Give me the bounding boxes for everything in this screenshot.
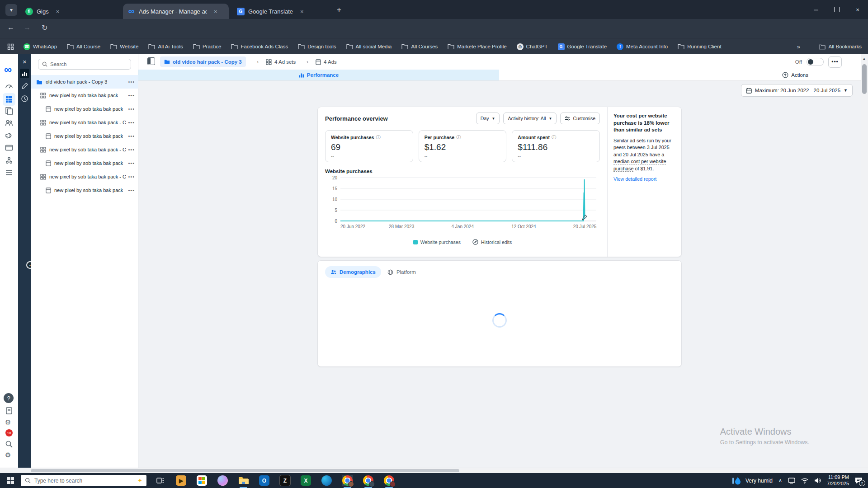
search-rail-icon[interactable] (5, 440, 13, 448)
forward-button[interactable]: → (24, 23, 31, 32)
tab-gigs[interactable]: fi Gigs × (21, 4, 125, 19)
actions-button[interactable]: Actions (782, 70, 808, 80)
tree-item-ad[interactable]: new pixel by sob taka bak pack••• (31, 156, 138, 170)
start-button[interactable] (0, 477, 21, 484)
vertical-scrollbar[interactable]: ▲ (861, 54, 868, 468)
pages-icon[interactable] (5, 107, 13, 115)
row-menu-icon[interactable]: ••• (128, 79, 135, 84)
chrome-profile2-icon[interactable] (363, 475, 374, 486)
bookmark-item[interactable]: Facebook Ads Class (231, 44, 288, 49)
chrome-profile1-icon[interactable] (342, 475, 353, 486)
activity-history-dropdown[interactable]: Activity history: All▼ (503, 113, 557, 124)
header-more-button[interactable]: ••• (828, 56, 842, 68)
notes-icon[interactable] (5, 407, 13, 415)
chrome-profile3-icon[interactable] (383, 475, 395, 486)
tab-ads-manager[interactable]: ∞ Ads Manager - Manage ads - C × (123, 4, 229, 19)
row-menu-icon[interactable]: ••• (128, 160, 135, 166)
close-insights-icon[interactable]: × (21, 58, 28, 66)
overview-gauge-icon[interactable] (5, 82, 13, 90)
history-clock-icon[interactable] (21, 95, 28, 103)
tree-item-campaign[interactable]: old video hair pack - Copy 3••• (31, 75, 138, 89)
billing-icon[interactable] (5, 144, 13, 152)
horizontal-scrollbar-thumb[interactable] (31, 469, 459, 472)
tab-close-icon[interactable]: × (214, 8, 217, 15)
bookmark-item[interactable]: All social Media (346, 44, 392, 49)
scroll-up-arrow-icon[interactable]: ▲ (862, 56, 866, 61)
file-explorer-icon[interactable] (238, 475, 249, 486)
audiences-icon[interactable] (5, 119, 13, 127)
media-player-icon[interactable]: ▶ (175, 475, 187, 486)
bookmark-item[interactable]: Running Client (678, 44, 721, 49)
all-bookmarks-button[interactable]: All Bookmarks (819, 38, 862, 55)
vertical-scrollbar-thumb[interactable] (862, 64, 867, 94)
task-view-icon[interactable] (155, 475, 166, 486)
ads-megaphone-icon[interactable] (5, 131, 13, 140)
metric-card[interactable]: Per purchaseⓘ$1.62-- (419, 130, 507, 162)
tab-demographics[interactable]: Demographics (325, 266, 381, 278)
volume-icon[interactable] (814, 478, 821, 483)
view-detailed-report-link[interactable]: View detailed report (613, 176, 675, 182)
meta-logo-icon[interactable]: ∞ (4, 64, 12, 75)
timer-app-icon[interactable]: Z (279, 475, 291, 486)
metric-card[interactable]: Website purchasesⓘ69-- (325, 130, 413, 162)
collapse-panel-icon[interactable] (147, 57, 155, 65)
tree-search-input[interactable]: Search (38, 59, 131, 70)
events-manager-icon[interactable] (5, 156, 13, 164)
tree-item-adset[interactable]: new pixel by sob taka bak pack••• (31, 89, 138, 102)
day-dropdown[interactable]: Day▼ (476, 113, 500, 124)
row-menu-icon[interactable]: ••• (128, 147, 135, 152)
cast-icon[interactable] (788, 478, 795, 483)
tab-platform[interactable]: Platform (387, 269, 416, 275)
date-range-button[interactable]: Maximum: 20 Jun 2022 - 20 Jul 2025 ▼ (741, 84, 853, 97)
window-minimize-button[interactable]: ─ (806, 0, 826, 19)
breadcrumb-ads[interactable]: 4 Ads (316, 54, 337, 70)
tree-item-adset[interactable]: new pixel by sob taka bak pack - Copy••• (31, 116, 138, 129)
campaigns-icon[interactable] (3, 93, 15, 106)
all-tools-menu-icon[interactable] (5, 169, 13, 177)
bookmarks-overflow-icon[interactable]: » (797, 38, 800, 55)
edge-icon[interactable] (321, 475, 332, 486)
horizontal-scrollbar[interactable] (0, 468, 868, 473)
row-menu-icon[interactable]: ••• (128, 133, 135, 139)
reload-button[interactable]: ↻ (42, 23, 47, 32)
bookmark-item[interactable]: Design tools (298, 44, 336, 49)
back-button[interactable]: ← (7, 23, 14, 32)
window-close-button[interactable]: × (847, 0, 868, 19)
breadcrumb-adsets[interactable]: 4 Ad sets (266, 54, 296, 70)
bookmark-item[interactable]: ☎WhatsApp (24, 43, 57, 50)
row-menu-icon[interactable]: ••• (128, 188, 135, 193)
bookmark-item[interactable]: ⊛ChatGPT (517, 43, 548, 50)
tree-item-adset[interactable]: new pixel by sob taka bak pack - Cop...•… (31, 170, 138, 183)
taskbar-clock[interactable]: 11:09 PM 7/20/2025 (827, 474, 849, 487)
tab-google-translate[interactable]: G Google Translate × (232, 4, 332, 19)
bookmark-item[interactable]: All Course (67, 44, 100, 49)
tab-close-icon[interactable]: × (300, 8, 304, 15)
wifi-icon[interactable] (801, 478, 808, 483)
taskbar-search-input[interactable]: Type here to search ✦ (21, 475, 146, 486)
bookmark-item[interactable]: All Courses (401, 44, 438, 49)
settings-gear-icon[interactable]: ⚙ (5, 418, 11, 427)
apps-grid-icon[interactable] (7, 43, 14, 50)
campaign-toggle[interactable] (807, 58, 824, 66)
excel-icon[interactable]: X (300, 475, 311, 486)
row-menu-icon[interactable]: ••• (128, 93, 135, 98)
charts-tool-icon[interactable] (20, 69, 29, 78)
copilot-icon[interactable] (217, 475, 228, 486)
edit-pencil-icon[interactable] (21, 82, 28, 90)
tab-close-icon[interactable]: × (56, 8, 60, 15)
info-icon[interactable]: ⓘ (552, 134, 556, 141)
tree-item-ad[interactable]: new pixel by sob taka bak pack••• (31, 183, 138, 197)
tree-item-ad[interactable]: new pixel by sob taka bak pack••• (31, 129, 138, 143)
row-menu-icon[interactable]: ••• (128, 120, 135, 125)
settings-gear-icon-2[interactable]: ⚙ (5, 451, 11, 459)
bookmark-item[interactable]: Markete Place Profile (448, 44, 506, 49)
row-menu-icon[interactable]: ••• (128, 174, 135, 179)
notification-badge[interactable]: 18 (5, 429, 13, 436)
outlook-icon[interactable]: O (259, 475, 270, 486)
new-tab-button[interactable]: + (337, 5, 341, 14)
bookmark-item[interactable]: Website (110, 44, 138, 49)
bookmark-item[interactable]: GGoogle Translate (558, 43, 607, 50)
notification-center-icon[interactable]: 2 (855, 477, 863, 484)
tree-item-ad[interactable]: new pixel by sob taka bak pack••• (31, 102, 138, 116)
customise-button[interactable]: Customise (560, 113, 600, 124)
